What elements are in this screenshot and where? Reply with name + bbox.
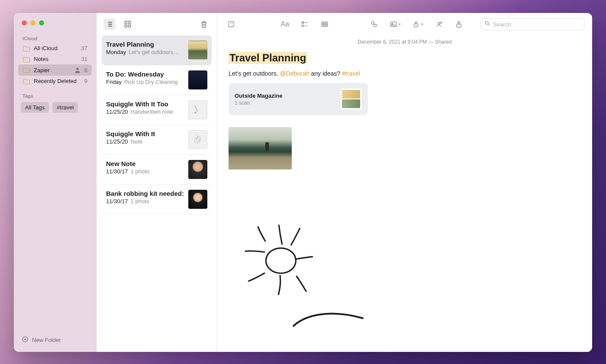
folder-label: Notes — [34, 56, 78, 62]
folder-count: 6 — [84, 67, 87, 73]
inline-sketch[interactable] — [237, 221, 581, 310]
chevron-down-icon: ▾ — [421, 22, 423, 26]
chevron-down-icon: ▾ — [399, 22, 401, 26]
inline-sketch-partial[interactable] — [289, 310, 581, 329]
svg-rect-5 — [128, 25, 130, 27]
folder-notes[interactable]: Notes 31 — [18, 54, 92, 64]
folder-icon — [23, 67, 30, 73]
editor-toolbar: Aa ▾ ▾ — [217, 13, 592, 35]
folder-all-icloud[interactable]: All iCloud 37 — [18, 43, 92, 54]
lock-button[interactable]: ▾ — [410, 19, 425, 30]
note-subline: 11/25/20Handwritten note — [106, 109, 184, 115]
tags-section-label: Tags — [18, 91, 92, 100]
fullscreen-window-button[interactable] — [39, 20, 44, 26]
sidebar: iCloud All iCloud 37 Notes 31 Zapier 6 — [14, 13, 97, 352]
note-meta: December 6, 2021 at 9:04 PM — Shared — [229, 35, 581, 52]
svg-rect-16 — [414, 24, 418, 27]
note-item-travel-planning[interactable]: Travel Planning MondayLet's get outdoors… — [102, 35, 212, 65]
folder-label: All iCloud — [34, 45, 78, 51]
note-item-bank-robbing[interactable]: Bank robbing kit needed: 11/30/171 photo — [102, 185, 212, 214]
hashtag[interactable]: #travel — [342, 70, 360, 77]
note-title: Travel Planning — [106, 41, 184, 48]
svg-point-20 — [485, 21, 488, 24]
note-subline: 11/30/171 photo — [106, 198, 184, 204]
note-thumbnail — [188, 70, 207, 89]
note-thumbnail — [188, 100, 207, 119]
link-button[interactable] — [368, 19, 380, 30]
svg-point-12 — [371, 22, 374, 24]
note-thumbnail — [188, 190, 207, 209]
folder-zapier[interactable]: Zapier 6 — [18, 64, 92, 76]
new-folder-label: New Folder — [32, 337, 61, 343]
shared-icon — [74, 67, 81, 73]
editor-body[interactable]: December 6, 2021 at 9:04 PM — Shared Tra… — [217, 35, 592, 352]
folder-count: 37 — [81, 45, 87, 51]
note-subline: MondayLet's get outdoors… — [106, 49, 184, 55]
mention[interactable]: @Deborah — [280, 70, 309, 77]
note-thumbnail — [188, 160, 207, 179]
attachment-card[interactable]: Outside Magazine 1 scan — [229, 83, 368, 115]
close-window-button[interactable] — [22, 20, 27, 26]
svg-point-17 — [438, 22, 440, 25]
share-button[interactable] — [453, 19, 465, 30]
note-item-squiggle-too[interactable]: Squiggle With It Too 11/25/20Handwritten… — [102, 95, 212, 125]
folder-count: 31 — [81, 56, 87, 62]
text-format-button[interactable]: Aa — [279, 19, 291, 30]
svg-point-7 — [197, 137, 201, 141]
note-item-todo-wednesday[interactable]: To Do: Wednesday FridayPick Up Dry Clean… — [102, 65, 212, 95]
note-title: Squiggle With It — [106, 130, 184, 137]
note-title: To Do: Wednesday — [106, 70, 184, 78]
checklist-button[interactable] — [299, 19, 311, 30]
folder-icon — [23, 45, 30, 51]
media-button[interactable]: ▾ — [388, 19, 403, 30]
note-subline: FridayPick Up Dry Cleaning — [106, 79, 184, 85]
tag-travel[interactable]: #travel — [52, 102, 78, 113]
note-title: Squiggle With It Too — [106, 100, 184, 108]
svg-point-10 — [302, 25, 304, 27]
compose-button[interactable] — [225, 19, 237, 30]
note-item-new-note[interactable]: New Note 11/30/171 photo — [102, 155, 212, 185]
folder-recently-deleted[interactable]: Recently Deleted 9 — [18, 76, 92, 86]
editor: Aa ▾ ▾ — [217, 13, 592, 352]
note-item-squiggle[interactable]: Squiggle With It 11/25/20Note — [102, 125, 212, 155]
note-title: New Note — [106, 160, 184, 167]
document-body-line[interactable]: Let's get outdoors. @Deborah any ideas? … — [229, 70, 581, 77]
tags-row: All Tags #travel — [18, 100, 92, 115]
table-button[interactable] — [319, 19, 331, 30]
grid-view-button[interactable] — [122, 19, 134, 30]
window-controls — [18, 19, 92, 33]
search-icon — [484, 20, 490, 28]
svg-point-18 — [441, 22, 442, 23]
note-subline: 11/25/20Note — [106, 138, 184, 145]
attachment-title: Outside Magazine — [235, 93, 335, 99]
tag-all[interactable]: All Tags — [21, 102, 49, 113]
svg-point-0 — [76, 68, 78, 70]
inline-photo[interactable] — [229, 127, 292, 169]
note-subline: 11/30/171 photo — [106, 168, 184, 175]
delete-note-button[interactable] — [198, 19, 210, 30]
folder-count: 9 — [84, 78, 87, 84]
svg-rect-11 — [322, 22, 328, 27]
svg-point-13 — [374, 24, 377, 27]
collaborate-button[interactable] — [433, 19, 445, 30]
svg-rect-2 — [125, 21, 127, 23]
minimize-window-button[interactable] — [30, 20, 35, 26]
note-thumbnail — [188, 41, 207, 60]
folder-label: Recently Deleted — [34, 78, 81, 84]
search-box[interactable] — [480, 18, 584, 30]
svg-rect-3 — [128, 21, 130, 23]
list-view-button[interactable] — [103, 19, 116, 30]
notes-window: iCloud All iCloud 37 Notes 31 Zapier 6 — [14, 13, 592, 352]
attachment-thumbnail — [340, 88, 362, 110]
new-folder-button[interactable]: New Folder — [18, 333, 92, 347]
note-title: Bank robbing kit needed: — [106, 190, 184, 197]
list-toolbar — [97, 13, 217, 35]
search-input[interactable] — [493, 21, 580, 28]
folder-label: Zapier — [34, 67, 71, 73]
folder-icon — [23, 56, 30, 62]
attachment-sub: 1 scan — [235, 100, 335, 106]
svg-point-21 — [266, 248, 296, 273]
document-title[interactable]: Travel Planning — [229, 52, 307, 64]
folder-icon — [23, 78, 30, 84]
notes-scroll[interactable]: Travel Planning MondayLet's get outdoors… — [97, 35, 217, 352]
